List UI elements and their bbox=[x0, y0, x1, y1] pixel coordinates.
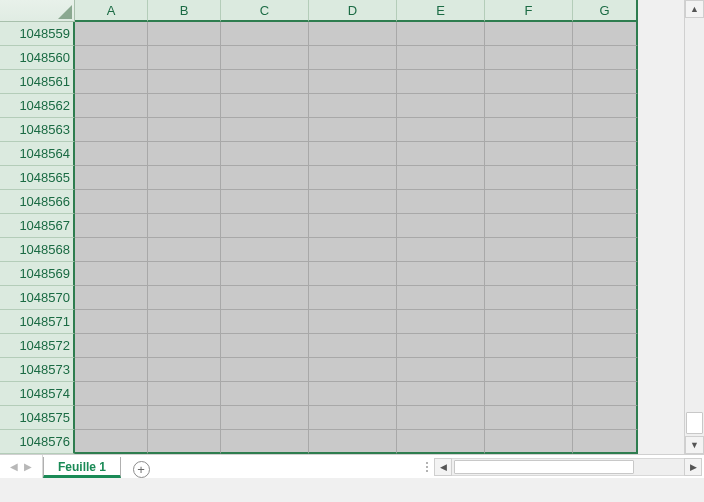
cell[interactable] bbox=[148, 406, 221, 430]
cell[interactable] bbox=[309, 190, 397, 214]
row-header[interactable]: 1048573 bbox=[0, 358, 75, 382]
cell[interactable] bbox=[573, 142, 638, 166]
cell[interactable] bbox=[75, 310, 148, 334]
cell[interactable] bbox=[485, 430, 573, 454]
cell[interactable] bbox=[75, 22, 148, 46]
cell[interactable] bbox=[485, 238, 573, 262]
cell[interactable] bbox=[309, 70, 397, 94]
cell[interactable] bbox=[397, 286, 485, 310]
cell[interactable] bbox=[397, 382, 485, 406]
cell[interactable] bbox=[309, 118, 397, 142]
cell[interactable] bbox=[75, 238, 148, 262]
cell[interactable] bbox=[485, 406, 573, 430]
cell[interactable] bbox=[573, 118, 638, 142]
cell[interactable] bbox=[309, 214, 397, 238]
cell[interactable] bbox=[148, 382, 221, 406]
cell[interactable] bbox=[573, 262, 638, 286]
cell[interactable] bbox=[148, 286, 221, 310]
cell[interactable] bbox=[485, 22, 573, 46]
cell[interactable] bbox=[485, 214, 573, 238]
cell[interactable] bbox=[221, 406, 309, 430]
cell[interactable] bbox=[573, 358, 638, 382]
cell[interactable] bbox=[397, 22, 485, 46]
cell[interactable] bbox=[573, 430, 638, 454]
cell[interactable] bbox=[309, 262, 397, 286]
cell[interactable] bbox=[221, 94, 309, 118]
cell[interactable] bbox=[148, 262, 221, 286]
row-header[interactable]: 1048569 bbox=[0, 262, 75, 286]
cell[interactable] bbox=[573, 94, 638, 118]
select-all-corner[interactable] bbox=[0, 0, 75, 22]
row-header[interactable]: 1048561 bbox=[0, 70, 75, 94]
column-header[interactable]: B bbox=[148, 0, 221, 22]
row-header[interactable]: 1048570 bbox=[0, 286, 75, 310]
cell[interactable] bbox=[485, 262, 573, 286]
cell[interactable] bbox=[148, 70, 221, 94]
vertical-scroll-track[interactable] bbox=[685, 18, 704, 436]
row-header[interactable]: 1048574 bbox=[0, 382, 75, 406]
cell[interactable] bbox=[485, 166, 573, 190]
cell[interactable] bbox=[221, 286, 309, 310]
cell[interactable] bbox=[148, 358, 221, 382]
cell[interactable] bbox=[221, 214, 309, 238]
column-header[interactable]: D bbox=[309, 0, 397, 22]
cell[interactable] bbox=[309, 22, 397, 46]
horizontal-scrollbar[interactable]: ◀ ▶ bbox=[434, 455, 704, 478]
cell[interactable] bbox=[148, 22, 221, 46]
cell[interactable] bbox=[148, 166, 221, 190]
scroll-up-button[interactable]: ▲ bbox=[685, 0, 704, 18]
row-header[interactable]: 1048562 bbox=[0, 94, 75, 118]
cell[interactable] bbox=[485, 142, 573, 166]
cell[interactable] bbox=[309, 94, 397, 118]
cell[interactable] bbox=[309, 406, 397, 430]
cell[interactable] bbox=[221, 46, 309, 70]
row-header[interactable]: 1048563 bbox=[0, 118, 75, 142]
cell[interactable] bbox=[309, 310, 397, 334]
cell[interactable] bbox=[573, 238, 638, 262]
cell[interactable] bbox=[75, 166, 148, 190]
row-header[interactable]: 1048571 bbox=[0, 310, 75, 334]
cell[interactable] bbox=[485, 334, 573, 358]
cell[interactable] bbox=[573, 406, 638, 430]
sheet-nav-next-icon[interactable]: ▶ bbox=[24, 461, 32, 472]
cell[interactable] bbox=[221, 310, 309, 334]
cell[interactable] bbox=[573, 334, 638, 358]
cell[interactable] bbox=[397, 358, 485, 382]
cell[interactable] bbox=[221, 190, 309, 214]
cell[interactable] bbox=[221, 118, 309, 142]
cell[interactable] bbox=[75, 94, 148, 118]
cell[interactable] bbox=[221, 166, 309, 190]
cell[interactable] bbox=[148, 94, 221, 118]
row-header[interactable]: 1048564 bbox=[0, 142, 75, 166]
vertical-scroll-thumb[interactable] bbox=[686, 412, 703, 434]
cell[interactable] bbox=[573, 286, 638, 310]
cell[interactable] bbox=[221, 70, 309, 94]
cell[interactable] bbox=[573, 190, 638, 214]
scroll-down-button[interactable]: ▼ bbox=[685, 436, 704, 454]
cell[interactable] bbox=[573, 214, 638, 238]
cell[interactable] bbox=[221, 382, 309, 406]
cell[interactable] bbox=[397, 190, 485, 214]
cell[interactable] bbox=[309, 46, 397, 70]
cell[interactable] bbox=[397, 262, 485, 286]
cell[interactable] bbox=[75, 70, 148, 94]
cell[interactable] bbox=[148, 334, 221, 358]
cell[interactable] bbox=[397, 238, 485, 262]
cell[interactable] bbox=[485, 358, 573, 382]
cell[interactable] bbox=[75, 358, 148, 382]
cell[interactable] bbox=[485, 70, 573, 94]
column-header[interactable]: E bbox=[397, 0, 485, 22]
cell[interactable] bbox=[485, 118, 573, 142]
cell[interactable] bbox=[309, 430, 397, 454]
row-header[interactable]: 1048575 bbox=[0, 406, 75, 430]
cell[interactable] bbox=[75, 46, 148, 70]
cell[interactable] bbox=[148, 142, 221, 166]
cell[interactable] bbox=[148, 190, 221, 214]
row-header[interactable]: 1048567 bbox=[0, 214, 75, 238]
cell[interactable] bbox=[309, 238, 397, 262]
cell[interactable] bbox=[573, 70, 638, 94]
row-header[interactable]: 1048559 bbox=[0, 22, 75, 46]
cell[interactable] bbox=[485, 382, 573, 406]
cell[interactable] bbox=[309, 334, 397, 358]
cell[interactable] bbox=[148, 214, 221, 238]
